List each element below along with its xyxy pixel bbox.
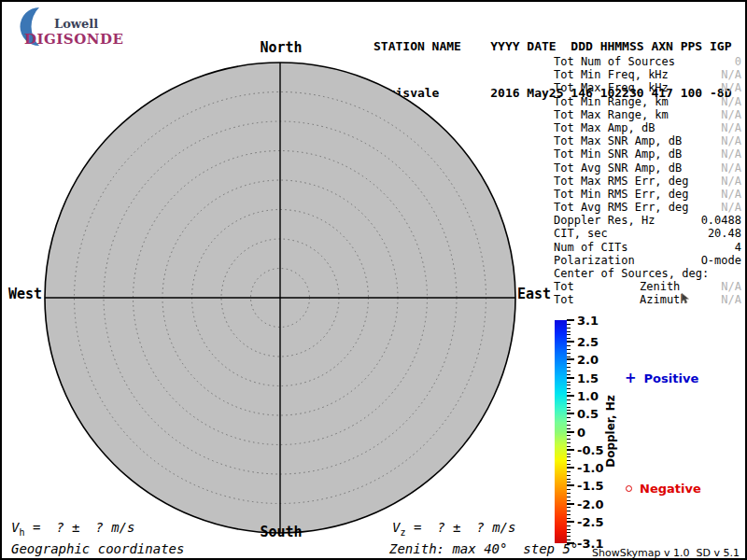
row-sublabel: Zenith (640, 280, 680, 293)
panel-row-min-freq: Tot Min Freq, kHzN/A (554, 68, 741, 81)
panel-row-min-rms: Tot Min RMS Err, degN/A (554, 188, 741, 201)
row-value: 0.0488 (701, 214, 741, 227)
row-value: 0 (735, 55, 741, 68)
compass-north-label: North (253, 39, 309, 56)
row-label: Tot (554, 280, 574, 293)
row-label: Tot Avg SNR Amp, dB (554, 161, 682, 175)
row-label: Tot Max Range, km (554, 108, 669, 121)
panel-row-max-rms: Tot Max RMS Err, degN/A (554, 175, 741, 188)
mouse-cursor-icon (681, 293, 691, 304)
row-value: O-mode (701, 254, 741, 267)
coordinate-system-label: Geographic coordinates (11, 541, 184, 556)
row-label: Tot Min Freq, kHz (554, 68, 669, 81)
row-label: Tot Min SNR Amp, dB (554, 147, 682, 161)
panel-row-num-sources: Tot Num of Sources0 (554, 55, 741, 68)
tick-label: 2.5 (577, 335, 599, 349)
row-label: Tot Max RMS Err, deg (554, 175, 689, 188)
horizontal-velocity-readout: Vh = ? ± ? m/s (11, 520, 134, 538)
panel-row-max-freq: Tot Max Freq, kHzN/A (554, 81, 741, 94)
panel-row-avg-rms: Tot Avg RMS Err, degN/A (554, 201, 741, 214)
row-label: Num of CITs (554, 241, 627, 254)
row-value: N/A (721, 95, 741, 108)
showskymap-window: Lowell DIGISONDE STATION NAME YYYY DATE … (0, 0, 747, 560)
panel-row-min-range: Tot Min Range, kmN/A (554, 95, 741, 108)
compass-west-label: West (4, 286, 42, 302)
row-label: Tot Max Freq, kHz (554, 81, 669, 94)
colorbar-axis-title: Doppler, Hz (604, 395, 617, 468)
row-value: N/A (721, 108, 741, 121)
row-value: N/A (721, 134, 741, 147)
panel-row-cit: CIT, sec20.48 (554, 227, 741, 240)
negative-doppler-legend: Negative (626, 482, 701, 496)
panel-row-max-snr: Tot Max SNR Amp, dBN/A (554, 134, 741, 147)
panel-row-doppler-res: Doppler Res, Hz0.0488 (554, 214, 741, 227)
row-label: CIT, sec (554, 227, 608, 240)
positive-label: Positive (644, 371, 699, 385)
row-value: N/A (721, 161, 741, 175)
tick-label: 0 (577, 425, 585, 439)
row-value: N/A (721, 121, 741, 134)
panel-row-num-cits: Num of CITs4 (554, 241, 741, 254)
panel-row-tot-azimuth: TotAzimuthN/A (554, 293, 741, 306)
row-label: Doppler Res, Hz (554, 214, 655, 227)
row-value: N/A (721, 293, 741, 306)
tick-label: -1.0 (577, 461, 603, 475)
row-sublabel: Azimuth (640, 293, 687, 306)
zenith-scale-note: Zenith: max 40° step 5° (389, 541, 578, 556)
tick-label: 1.0 (577, 388, 599, 402)
negative-label: Negative (640, 482, 701, 496)
row-label: Tot Min Range, km (554, 95, 669, 108)
panel-row-min-snr: Tot Min SNR Amp, dBN/A (554, 147, 741, 161)
row-value: N/A (721, 201, 741, 214)
panel-row-center-of-sources: Center of Sources, deg: (554, 267, 741, 280)
software-version-label: ShowSkymap v 1.0 SD v 5.1 (592, 547, 740, 559)
row-label: Tot Max SNR Amp, dB (554, 134, 682, 147)
panel-row-tot-zenith: TotZenithN/A (554, 280, 741, 293)
row-label: Tot Min RMS Err, deg (554, 188, 689, 201)
vz-value: = ? ± ? m/s (405, 520, 515, 535)
panel-row-polarization: PolarizationO-mode (554, 254, 741, 267)
colorbar-major-ticks (567, 320, 574, 543)
doppler-colorbar (555, 320, 567, 543)
plus-icon: + (625, 370, 637, 386)
row-value: N/A (721, 81, 741, 94)
tick-label: 3.1 (577, 314, 599, 328)
row-value: N/A (721, 175, 741, 188)
row-label: Center of Sources, deg: (554, 267, 709, 280)
row-value: N/A (721, 68, 741, 81)
totals-info-panel: Tot Num of Sources0 Tot Min Freq, kHzN/A… (554, 55, 741, 307)
tick-label: -0.5 (577, 442, 603, 456)
open-circle-icon (626, 485, 632, 492)
panel-row-avg-snr: Tot Avg SNR Amp, dBN/A (554, 161, 741, 175)
vertical-velocity-readout: Vz = ? ± ? m/s (392, 520, 515, 538)
tick-label: 2.0 (577, 353, 599, 367)
positive-doppler-legend: + Positive (625, 370, 698, 386)
compass-south-label: South (253, 524, 309, 540)
row-label: Tot (554, 293, 574, 306)
tick-label: -2.0 (577, 497, 603, 511)
row-value: 4 (735, 241, 741, 254)
vh-value: = ? ± ? m/s (24, 520, 134, 535)
row-value: N/A (721, 147, 741, 161)
row-label: Tot Max Amp, dB (554, 121, 655, 134)
tick-label: -2.5 (577, 514, 603, 528)
panel-row-max-amp: Tot Max Amp, dBN/A (554, 121, 741, 134)
tick-label: -1.5 (577, 479, 603, 493)
row-value: 20.48 (708, 227, 741, 240)
tick-label: 0.5 (577, 407, 599, 421)
tick-label: 1.5 (577, 371, 599, 385)
row-label: Polarization (554, 254, 635, 267)
row-value: N/A (721, 280, 741, 293)
row-value: N/A (721, 188, 741, 201)
row-label: Tot Avg RMS Err, deg (554, 201, 689, 214)
row-label: Tot Num of Sources (554, 55, 675, 68)
panel-row-max-range: Tot Max Range, kmN/A (554, 108, 741, 121)
